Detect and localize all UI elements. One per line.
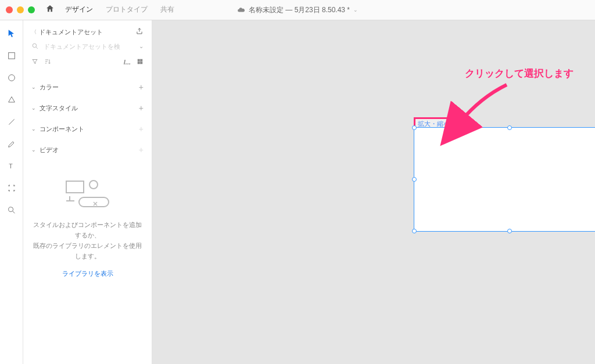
svg-text:T: T xyxy=(9,163,13,170)
window-controls xyxy=(6,6,35,13)
ellipse-tool[interactable] xyxy=(6,73,17,83)
document-title-text: 名称未設定 — 5月23日 8.50.43 * xyxy=(249,5,350,15)
section-component[interactable]: ⌄コンポーネント + xyxy=(31,118,144,139)
minimize-window[interactable] xyxy=(17,6,24,13)
svg-rect-12 xyxy=(66,181,84,193)
search-row: ⌄ xyxy=(31,42,144,50)
resize-handle-s[interactable] xyxy=(507,229,512,233)
mode-tabs: デザイン プロトタイプ 共有 xyxy=(65,0,174,21)
chevron-down-icon: ⌄ xyxy=(31,105,36,111)
section-text-style[interactable]: ⌄文字スタイル + xyxy=(31,98,144,118)
panel-back[interactable]: 〈 ドキュメントアセット xyxy=(31,28,103,37)
search-input[interactable] xyxy=(44,43,134,50)
pen-tool[interactable] xyxy=(6,139,17,149)
section-video[interactable]: ⌄ビデオ + xyxy=(31,139,144,160)
empty-illustration-icon xyxy=(62,176,114,208)
panel-title: ドキュメントアセット xyxy=(39,28,103,37)
svg-rect-8 xyxy=(138,59,140,62)
resize-handle-sw[interactable] xyxy=(412,229,417,233)
tab-share[interactable]: 共有 xyxy=(160,0,174,21)
svg-rect-10 xyxy=(138,62,140,64)
chevron-down-icon: ⌄ xyxy=(31,126,36,132)
filter-row: I... xyxy=(31,58,144,66)
list-view-icon[interactable]: I... xyxy=(124,59,131,66)
sort-icon[interactable] xyxy=(44,58,51,66)
chevron-left-icon: 〈 xyxy=(31,28,37,36)
resize-handle-nw[interactable] xyxy=(412,125,417,130)
add-video[interactable]: + xyxy=(139,145,144,154)
svg-point-13 xyxy=(89,181,98,189)
empty-text-2: 既存のライブラリのエレメントを使用します。 xyxy=(31,241,144,262)
svg-line-7 xyxy=(36,47,38,49)
add-color[interactable]: + xyxy=(139,82,144,92)
svg-line-2 xyxy=(9,119,14,124)
svg-point-1 xyxy=(8,75,15,81)
maximize-window[interactable] xyxy=(28,6,35,13)
search-icon xyxy=(31,42,39,50)
polygon-tool[interactable] xyxy=(6,95,17,105)
section-color[interactable]: ⌄カラー + xyxy=(31,77,144,98)
svg-point-6 xyxy=(33,44,37,48)
annotation-text: クリックして選択します xyxy=(465,67,574,80)
filter-icon[interactable] xyxy=(31,58,38,66)
svg-rect-9 xyxy=(141,59,143,62)
line-tool[interactable] xyxy=(6,117,17,127)
text-tool[interactable]: T xyxy=(6,161,17,171)
svg-rect-11 xyxy=(141,62,143,64)
add-component[interactable]: + xyxy=(139,124,144,134)
tool-rail: T xyxy=(0,20,23,364)
select-tool[interactable] xyxy=(6,28,17,39)
tab-prototype[interactable]: プロトタイプ xyxy=(106,0,148,21)
chevron-down-icon: ⌄ xyxy=(31,84,36,90)
resize-handle-w[interactable] xyxy=(412,177,417,182)
chevron-down-icon: ⌄ xyxy=(353,7,358,13)
canvas[interactable]: 拡大・縮小！ クリックして選択します xyxy=(152,20,595,364)
show-library-link[interactable]: ライブラリを表示 xyxy=(31,269,144,278)
artboard-tool[interactable] xyxy=(6,183,17,193)
chevron-down-icon: ⌄ xyxy=(31,147,36,153)
svg-point-4 xyxy=(8,207,13,212)
svg-rect-0 xyxy=(8,53,15,59)
empty-state: スタイルおよびコンポーネントを追加するか、 既存のライブラリのエレメントを使用し… xyxy=(31,176,144,278)
cloud-icon xyxy=(237,6,245,14)
tab-design[interactable]: デザイン xyxy=(65,0,93,21)
add-text-style[interactable]: + xyxy=(139,103,144,113)
annotation-arrow-icon xyxy=(451,80,512,132)
grid-view-icon[interactable] xyxy=(137,58,144,66)
chevron-down-icon[interactable]: ⌄ xyxy=(139,43,144,49)
titlebar: デザイン プロトタイプ 共有 名称未設定 — 5月23日 8.50.43 * ⌄ xyxy=(0,0,595,20)
artboard[interactable] xyxy=(414,127,595,232)
empty-text-1: スタイルおよびコンポーネントを追加するか、 xyxy=(31,220,144,241)
close-window[interactable] xyxy=(6,6,13,13)
rectangle-tool[interactable] xyxy=(6,51,17,61)
export-icon[interactable] xyxy=(135,27,144,37)
zoom-tool[interactable] xyxy=(6,205,17,215)
svg-line-5 xyxy=(13,211,15,213)
document-title[interactable]: 名称未設定 — 5月23日 8.50.43 * ⌄ xyxy=(237,5,358,15)
home-icon[interactable] xyxy=(45,4,55,16)
assets-panel: 〈 ドキュメントアセット ⌄ I... ⌄カラー + xyxy=(23,20,152,364)
